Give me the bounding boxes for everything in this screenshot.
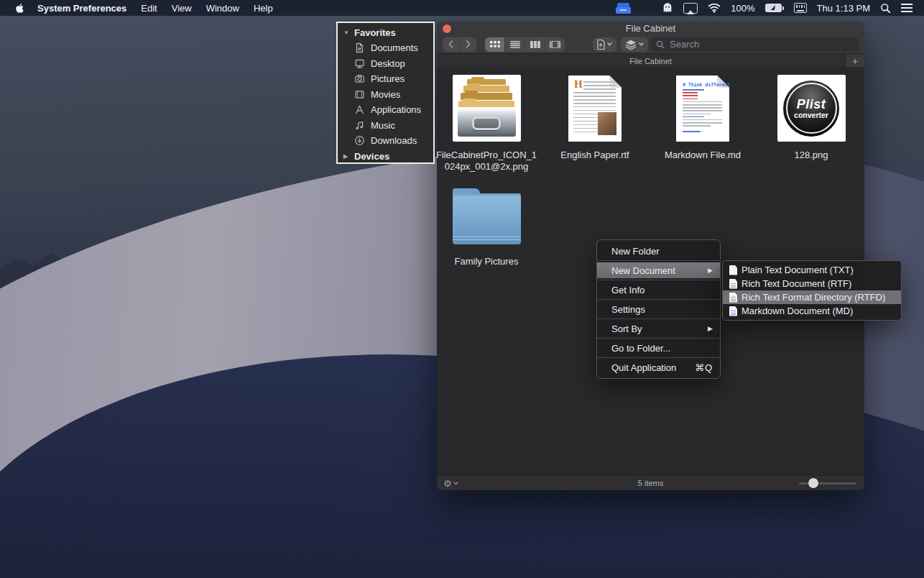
menu-bar: System Preferences Edit View Window Help… [0, 0, 924, 16]
file-item-markdown-md[interactable]: # Think different Markdown File.md [649, 75, 757, 161]
tab-bar[interactable]: File Cabinet + [437, 54, 864, 68]
png-thumbnail: Plist converter [757, 75, 864, 142]
embedded-photo [598, 112, 616, 135]
music-note-icon [354, 120, 365, 131]
menu-separator [597, 338, 720, 339]
markdown-link-line [683, 131, 701, 132]
column-view-button[interactable] [525, 37, 545, 52]
menu-edit[interactable]: Edit [134, 3, 164, 14]
spotlight-search-icon[interactable] [880, 3, 891, 14]
new-tab-button[interactable]: + [845, 54, 864, 68]
slider-thumb[interactable] [808, 478, 818, 488]
menu-separator [597, 280, 720, 280]
plist-converter-logo: Plist converter [783, 81, 839, 137]
airplay-menu-icon[interactable] [683, 3, 698, 14]
disclosure-right-icon[interactable]: ▶ [343, 153, 350, 160]
gallery-view-button[interactable] [545, 37, 565, 52]
markdown-lines [683, 89, 722, 128]
context-menu: New Folder New Document Get Info Setting… [596, 239, 721, 379]
search-input[interactable] [668, 38, 854, 50]
menu-separator [597, 318, 720, 319]
file-item-filecabinetpro-png[interactable]: FileCabinetPro_ICON_1024px_001@2x.png [437, 75, 540, 172]
search-field[interactable] [651, 37, 859, 52]
sidebar-item-music[interactable]: Music [338, 118, 433, 134]
file-item-128-png[interactable]: Plist converter 128.png [757, 75, 864, 161]
sidebar-item-downloads[interactable]: Downloads [338, 133, 433, 149]
document-icon [729, 265, 737, 275]
keyboard-menu-icon[interactable] [794, 3, 807, 13]
column-view-icon [530, 41, 540, 48]
download-icon [354, 135, 365, 146]
file-item-family-pictures-folder[interactable]: Family Pictures [437, 188, 540, 267]
stack-menu-icon[interactable] [641, 3, 652, 13]
menu-bar-clock[interactable]: Thu 1:13 PM [817, 3, 870, 14]
file-cabinet-menu-icon[interactable] [616, 3, 631, 14]
file-name: Markdown File.md [649, 150, 757, 161]
document-icon [597, 40, 605, 50]
menu-view[interactable]: View [165, 3, 199, 14]
document-icon [354, 42, 365, 53]
icon-size-slider[interactable] [799, 482, 856, 485]
menu-item-go-to-folder[interactable]: Go to Folder... [597, 340, 720, 356]
wifi-menu-icon[interactable] [708, 3, 721, 13]
search-icon [656, 40, 665, 49]
chevron-right-icon [466, 40, 471, 48]
submenu-item-plain-text-txt[interactable]: Plain Text Document (TXT) [723, 263, 901, 277]
menu-item-settings[interactable]: Settings [597, 301, 720, 317]
file-name: English Paper.rtf [541, 150, 649, 161]
app-menu-title[interactable]: System Preferences [30, 3, 134, 14]
keyboard-shortcut: ⌘Q [695, 362, 713, 373]
submenu-arrow-icon [708, 267, 713, 274]
sidebar-item-pictures[interactable]: Pictures [338, 71, 433, 87]
menu-window[interactable]: Window [199, 3, 246, 14]
menu-item-sort-by[interactable]: Sort By [597, 321, 720, 336]
list-view-button[interactable] [504, 37, 525, 52]
submenu-arrow-icon [708, 325, 713, 332]
menu-item-quit-application[interactable]: Quit Application⌘Q [597, 359, 720, 375]
menu-item-new-document[interactable]: New Document [597, 262, 720, 278]
close-button[interactable] [443, 24, 451, 33]
disclosure-down-icon[interactable]: ▼ [343, 29, 350, 36]
ghost-menu-icon[interactable] [662, 2, 673, 14]
battery-charging-icon[interactable] [765, 4, 784, 12]
grid-view-button[interactable] [485, 37, 504, 52]
battery-percent[interactable]: 100% [731, 3, 754, 14]
notification-center-icon[interactable] [901, 4, 913, 12]
favorites-panel: ▼ Favorites Documents Desktop Pictures M… [336, 22, 435, 164]
file-cabinet-artwork [458, 79, 516, 137]
navigation-buttons [443, 37, 476, 52]
new-document-submenu: Plain Text Document (TXT) Rich Text Docu… [722, 260, 902, 321]
submenu-item-rich-text-format-directory-rtfd[interactable]: Rich Text Format Directory (RTFD) [723, 290, 901, 304]
apple-menu[interactable] [9, 3, 30, 14]
sidebar-item-desktop[interactable]: Desktop [338, 56, 433, 72]
window-titlebar[interactable]: File Cabinet [437, 22, 864, 35]
grid-view-icon [490, 41, 500, 47]
window-toolbar [437, 35, 864, 54]
new-document-toolbar-button[interactable] [593, 37, 616, 52]
submenu-item-markdown-md[interactable]: Markdown Document (MD) [723, 304, 901, 318]
group-toolbar-button[interactable] [621, 37, 648, 52]
current-tab-label: File Cabinet [629, 57, 672, 65]
file-name: FileCabinetPro_ICON_1024px_001@2x.png [437, 150, 540, 172]
forward-button[interactable] [459, 37, 476, 52]
document-icon [729, 306, 737, 316]
devices-header[interactable]: ▶ Devices [338, 149, 433, 164]
window-title: File Cabinet [626, 23, 675, 34]
document-icon [729, 293, 737, 303]
menu-item-new-folder[interactable]: New Folder [597, 243, 720, 259]
markdown-thumbnail: # Think different [649, 75, 757, 142]
chevron-down-icon [639, 42, 644, 46]
folder-icon [437, 188, 540, 244]
back-button[interactable] [443, 37, 459, 52]
sidebar-item-documents[interactable]: Documents [338, 40, 433, 56]
sidebar-item-applications[interactable]: Applications [338, 102, 433, 118]
file-item-english-paper-rtf[interactable]: H English Paper.rtf [541, 75, 649, 161]
favorites-header[interactable]: ▼ Favorites [338, 25, 433, 40]
applications-icon [354, 104, 365, 115]
file-name: Family Pictures [437, 256, 540, 267]
menu-help[interactable]: Help [246, 3, 280, 14]
sidebar-item-movies[interactable]: Movies [338, 87, 433, 103]
submenu-item-rich-text-rtf[interactable]: Rich Text Document (RTF) [723, 277, 901, 290]
chevron-down-icon [607, 42, 612, 46]
menu-item-get-info[interactable]: Get Info [597, 282, 720, 298]
